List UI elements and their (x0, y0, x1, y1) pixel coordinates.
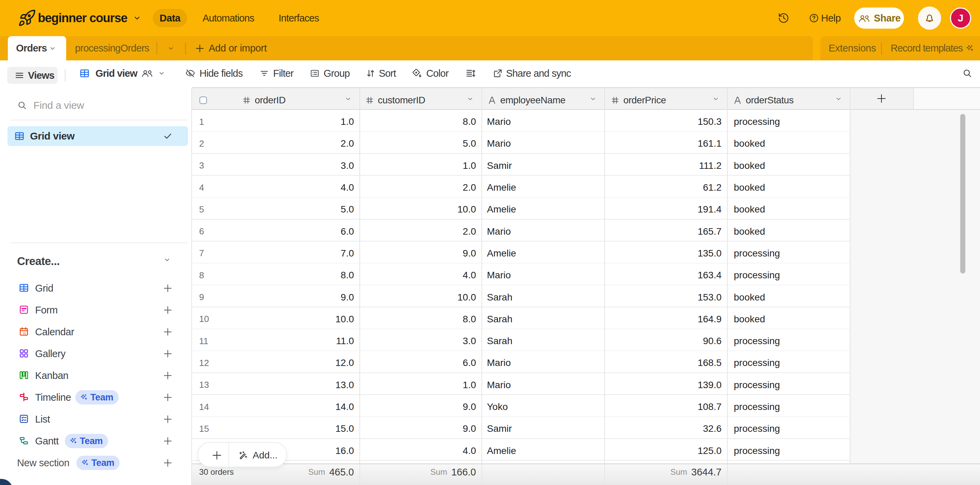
svg-text:31: 31 (23, 332, 26, 335)
